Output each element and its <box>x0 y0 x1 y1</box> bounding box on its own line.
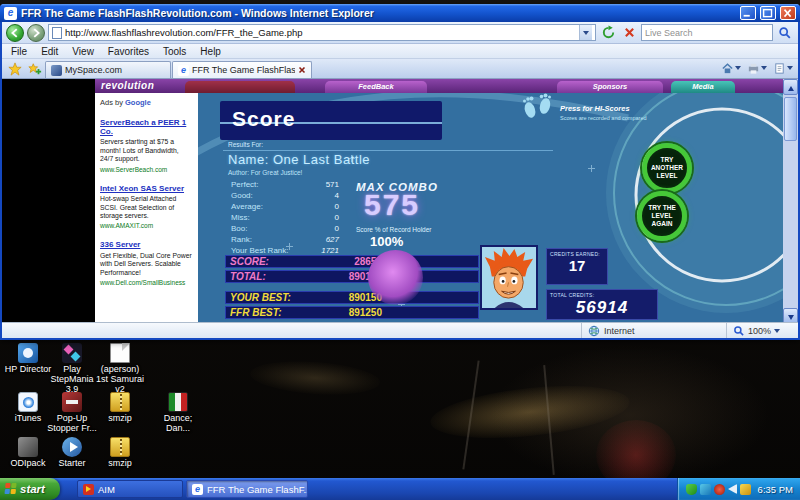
favorites-center-button[interactable] <box>5 60 25 77</box>
scroll-up-button[interactable] <box>783 79 798 95</box>
site-nav-tab-media[interactable]: Media <box>671 81 735 93</box>
tray-icon[interactable] <box>740 484 751 495</box>
try-another-level-button[interactable]: TRY ANOTHER LEVEL <box>642 143 692 193</box>
site-nav-tab-feedback[interactable]: FeedBack <box>325 81 427 93</box>
forward-button[interactable] <box>27 24 45 42</box>
your-best-row: YOUR BEST:890150 <box>225 291 479 304</box>
zoom-dropdown-caret <box>774 329 780 333</box>
desktop-icon-label: smzip <box>94 459 146 469</box>
wallpaper-cymbal <box>249 358 381 399</box>
stat-label: Perfect: <box>231 179 259 190</box>
tab-ffr[interactable]: e FFR The Game FlashFlash... <box>172 61 312 78</box>
back-button[interactable] <box>6 24 24 42</box>
minimize-button[interactable] <box>740 6 756 20</box>
print-button[interactable] <box>745 60 769 76</box>
vertical-scrollbar[interactable] <box>783 79 798 324</box>
ad-title-link[interactable]: 336 Server <box>100 240 193 249</box>
security-zone: Internet <box>581 323 726 338</box>
stat-row-perfect: Perfect:571 <box>231 179 339 190</box>
total-label: TOTAL: <box>230 271 310 282</box>
total-credits-label: TOTAL CREDITS: <box>547 290 657 298</box>
site-logo-text[interactable]: revolution <box>101 80 154 91</box>
title-bar[interactable]: e FFR The Game FlashFlashRevolution.com … <box>0 4 800 22</box>
globe-icon <box>588 325 600 337</box>
ad-title-link[interactable]: Intel Xeon SAS Server <box>100 184 193 193</box>
desktop-icon-smzip[interactable]: smzip <box>94 392 146 424</box>
desktop-icon-label: smzip <box>94 414 146 424</box>
desktop-icon-popup-stopper[interactable]: Pop-Up Stopper Fr... <box>46 392 98 434</box>
desktop-icon-label: Play StepMania 3.9 <box>46 365 98 395</box>
menu-help[interactable]: Help <box>193 46 228 57</box>
ad-url-link[interactable]: www.AMAXIT.com <box>100 222 193 229</box>
desktop-icon-samurai-file[interactable]: (aperson) 1st Samurai v2 <box>94 343 146 395</box>
wallpaper-highlight <box>490 345 770 485</box>
window-title: FFR The Game FlashFlashRevolution.com - … <box>21 7 736 19</box>
tab-label: MySpace.com <box>65 65 165 75</box>
page-favicon <box>52 27 62 39</box>
taskbar-task-ffr[interactable]: e FFR The Game FlashF... <box>186 480 308 498</box>
starter-icon <box>62 437 82 457</box>
score-rows: SCORE:28650 TOTAL:890150 YOUR BEST:89015… <box>225 255 479 321</box>
add-favorite-button[interactable] <box>25 60 45 77</box>
taskbar-task-aim[interactable]: AIM <box>77 480 183 498</box>
score-row: SCORE:28650 <box>225 255 479 268</box>
site-nav-tab[interactable] <box>185 81 295 93</box>
maximize-button[interactable] <box>760 6 776 20</box>
tray-icon[interactable] <box>714 484 725 495</box>
ad-url-link[interactable]: www.Dell.com/SmallBusiness <box>100 279 193 286</box>
deco-cross <box>588 165 595 172</box>
zoom-control[interactable]: 100% <box>726 323 798 338</box>
refresh-button[interactable] <box>599 24 617 42</box>
ads-header-brand[interactable]: Google <box>125 98 151 107</box>
desktop-icon-stepmania[interactable]: Play StepMania 3.9 <box>46 343 98 395</box>
search-input[interactable] <box>641 24 773 41</box>
stat-label: Average: <box>231 201 263 212</box>
record-percent-label: Score % of Record Holder <box>356 226 432 233</box>
hiscores-subtext: Scores are recorded and compared <box>560 115 647 121</box>
ffr-best-row: FFR BEST:891250 <box>225 306 479 319</box>
site-nav-tab-sponsors[interactable]: Sponsors <box>557 81 663 93</box>
try-level-again-button[interactable]: TRY THE LEVEL AGAIN <box>637 191 687 241</box>
ad-url-link[interactable]: www.ServerBeach.com <box>100 166 193 173</box>
desktop-icon-starter[interactable]: Starter <box>46 437 98 469</box>
menu-file[interactable]: File <box>4 46 34 57</box>
tab-close-icon[interactable] <box>298 66 306 74</box>
menu-view[interactable]: View <box>65 46 101 57</box>
press-for-hiscores[interactable]: Press for HI-Scores <box>560 104 630 113</box>
ffr-best-label: FFR BEST: <box>230 307 310 318</box>
stat-row-average: Average:0 <box>231 201 339 212</box>
page-tools-button[interactable] <box>771 60 795 76</box>
menu-edit[interactable]: Edit <box>34 46 65 57</box>
credits-earned-value: 17 <box>547 257 607 274</box>
home-button[interactable] <box>719 60 743 76</box>
desktop-icon-label: (aperson) 1st Samurai v2 <box>94 365 146 395</box>
address-dropdown[interactable] <box>579 25 592 40</box>
address-field[interactable]: http://www.flashflashrevolution.com/FFR_… <box>48 24 596 41</box>
search-input-field[interactable] <box>642 28 772 38</box>
menu-tools[interactable]: Tools <box>156 46 193 57</box>
ie-logo-icon: e <box>4 7 17 20</box>
volume-icon[interactable] <box>728 484 737 494</box>
tab-myspace[interactable]: MySpace.com <box>45 61 171 78</box>
ad-item: 336 Server Get Flexible, Dual Core Power… <box>100 240 193 286</box>
score-header-box: Score <box>220 101 442 140</box>
ad-body: Servers starting at $75 a month! Lots of… <box>100 138 193 163</box>
menu-favorites[interactable]: Favorites <box>101 46 156 57</box>
footprints-logo-icon[interactable] <box>518 93 556 121</box>
search-magnifier-icon[interactable] <box>776 24 794 42</box>
desktop-icon-dance[interactable]: Dance; Dan... <box>152 392 204 434</box>
your-best-value: 890150 <box>310 292 382 303</box>
start-button[interactable]: start <box>0 478 60 500</box>
scrollbar-thumb[interactable] <box>784 97 797 141</box>
score-header-title: Score <box>232 107 295 131</box>
stat-label: Boo: <box>231 223 247 234</box>
stop-button[interactable] <box>620 24 638 42</box>
ad-body: Get Flexible, Dual Core Power with Dell … <box>100 252 193 277</box>
stat-label: Rank: <box>231 234 252 245</box>
close-button[interactable] <box>780 6 796 20</box>
messenger-icon[interactable] <box>700 484 711 495</box>
stat-row-rank: Rank:627 <box>231 234 339 245</box>
security-shield-icon[interactable] <box>686 484 697 495</box>
ad-title-link[interactable]: ServerBeach a PEER 1 Co. <box>100 118 193 136</box>
desktop-icon-smzip-2[interactable]: smzip <box>94 437 146 469</box>
